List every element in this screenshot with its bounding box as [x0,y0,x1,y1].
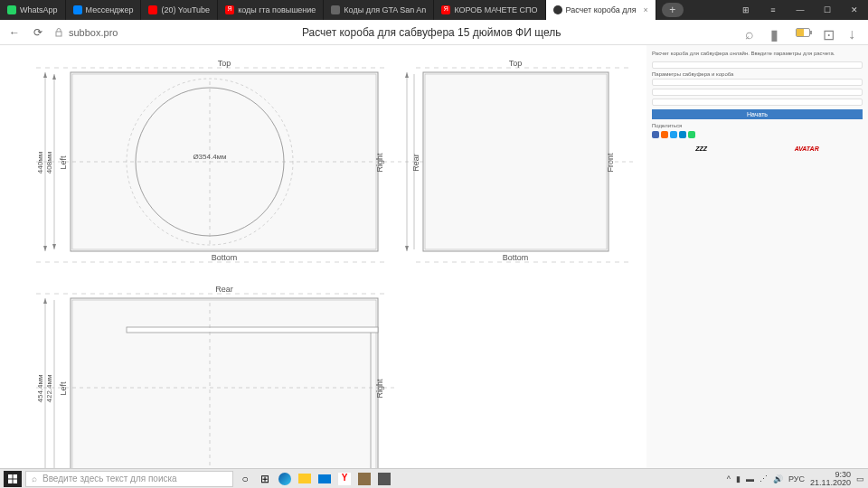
dim-inner-height: 408мм [45,152,53,174]
maximize-button[interactable]: ☐ [814,0,841,20]
chevron-up-icon[interactable]: ^ [727,474,731,483]
tab-label: Расчет короба для [566,5,637,14]
tab-yandex-1[interactable]: Якоды гта повышение [218,0,324,20]
extensions-icon[interactable]: ⊡ [823,26,835,39]
search-icon[interactable]: ⌕ [745,26,758,39]
input-field[interactable] [652,99,863,106]
system-tray: ^ ▮ ▬ ⋰ 🔊 РУС 9:30 21.11.2020 ▭ [727,471,864,487]
clock[interactable]: 9:30 21.11.2020 [810,471,851,487]
reload-button[interactable]: ⟳ [31,25,45,40]
mail-icon[interactable] [316,471,333,487]
tab-messenger[interactable]: Мессенджер [66,0,142,20]
windows-icon [8,474,17,483]
tab-label: Коды для GTA San An [344,5,426,14]
download-icon[interactable]: ↓ [848,26,861,39]
brand-logos: ZZZ AVATAR [652,145,863,152]
close-window-button[interactable]: ✕ [841,0,868,20]
bookmark-icon[interactable]: ▮ [770,26,783,39]
label-front: Front [606,153,615,173]
tab-yandex-2[interactable]: ЯКОРОБ МАЧЕТЕ СПО [434,0,545,20]
browser-tab-bar: WhatsApp Мессенджер (20) YouTube Якоды г… [0,0,868,20]
label-bottom: Bottom [503,253,529,262]
label-rear: Rear [215,285,233,294]
dim-height: 440мм [36,152,44,174]
tab-label: КОРОБ МАЧЕТЕ СПО [454,5,537,14]
app-icon-2[interactable] [376,471,392,487]
telegram-icon[interactable] [679,131,686,138]
new-tab-button[interactable]: + [662,3,684,17]
ok-icon[interactable] [661,131,668,138]
battery-tray-icon[interactable]: ▮ [736,474,741,483]
language-indicator[interactable]: РУС [788,474,805,483]
label-left: Left [59,381,68,396]
input-field[interactable] [652,61,863,69]
minimize-button[interactable]: — [787,0,814,20]
date: 21.11.2020 [810,479,851,487]
yandex-icon[interactable]: Y [336,471,353,487]
svg-rect-26 [8,474,13,479]
tab-youtube[interactable]: (20) YouTube [141,0,218,20]
svg-rect-20 [127,327,378,333]
cortana-icon[interactable]: ○ [237,471,253,487]
sidebar-text: Расчет короба для сабвуфера онлайн. Введ… [652,51,863,58]
svg-rect-18 [71,298,378,468]
tab-label: (20) YouTube [161,5,210,14]
brand-1: ZZZ [695,145,707,152]
battery-icon [796,28,810,37]
label-bottom: Bottom [212,253,238,262]
address-bar: ← ⟳ subbox.pro Расчет короба для сабвуфе… [0,20,868,45]
menu-icon[interactable]: ≡ [760,0,787,20]
social-icons [652,131,863,138]
diameter-label: Ø354.4мм [193,153,226,161]
dim-height: 454.4мм [36,374,44,402]
search-placeholder: Введите здесь текст для поиска [42,474,177,483]
close-icon[interactable]: × [644,5,648,14]
tab-label: Мессенджер [86,5,134,14]
extensions-icon[interactable]: ⊞ [732,0,760,20]
label-left: Left [59,155,68,170]
dim-inner-height: 422.4мм [45,374,53,402]
lock-icon [54,28,63,37]
svg-rect-0 [56,32,61,36]
app-icon[interactable] [356,471,373,487]
input-field[interactable] [652,89,863,96]
task-view-icon[interactable]: ⊞ [257,471,273,487]
technical-drawing[interactable]: Top Bottom Left Right Ø354.4мм 440мм 408… [0,45,646,468]
brand-2: AVATAR [795,145,819,152]
wifi-icon[interactable]: ⋰ [760,474,768,483]
tab-subbox-active[interactable]: Расчет короба для× [546,0,656,20]
label-right: Right [375,153,384,173]
back-button[interactable]: ← [7,25,22,40]
start-button[interactable] [4,471,22,487]
label-top: Top [509,59,523,68]
calculate-button[interactable]: Начать [652,109,863,119]
tab-gta-codes[interactable]: Коды для GTA San An [324,0,434,20]
taskbar-search[interactable]: ⌕ Введите здесь текст для поиска [25,471,233,487]
tab-label: WhatsApp [20,5,58,14]
url-field[interactable]: subbox.pro [54,27,118,38]
notification-icon[interactable]: ▭ [856,474,864,483]
sidebar-text: Поделиться [652,123,863,128]
svg-rect-13 [423,72,609,251]
label-rear: Rear [411,154,420,172]
svg-rect-28 [8,479,13,483]
input-field[interactable] [652,79,863,86]
page-content: Top Bottom Left Right Ø354.4мм 440мм 408… [0,45,868,468]
sidebar-panel: Расчет короба для сабвуфера онлайн. Введ… [646,45,868,468]
page-title: Расчет короба для сабвуфера 15 дюймов ФИ… [127,26,736,39]
explorer-icon[interactable] [297,471,313,487]
twitter-icon[interactable] [670,131,677,138]
url-text: subbox.pro [69,27,118,38]
whatsapp-icon[interactable] [688,131,695,138]
vk-icon[interactable] [652,131,659,138]
svg-rect-29 [14,479,18,483]
network-icon[interactable]: ▬ [746,474,754,483]
tab-label: коды гта повышение [238,5,316,14]
label-top: Top [218,59,231,68]
sidebar-text: Параметры сабвуфера и короба [652,71,863,77]
tab-whatsapp[interactable]: WhatsApp [0,0,66,20]
windows-taskbar: ⌕ Введите здесь текст для поиска ○ ⊞ Y ^… [0,468,868,488]
svg-rect-27 [14,474,18,479]
volume-icon[interactable]: 🔊 [773,474,783,483]
edge-icon[interactable] [277,471,293,487]
